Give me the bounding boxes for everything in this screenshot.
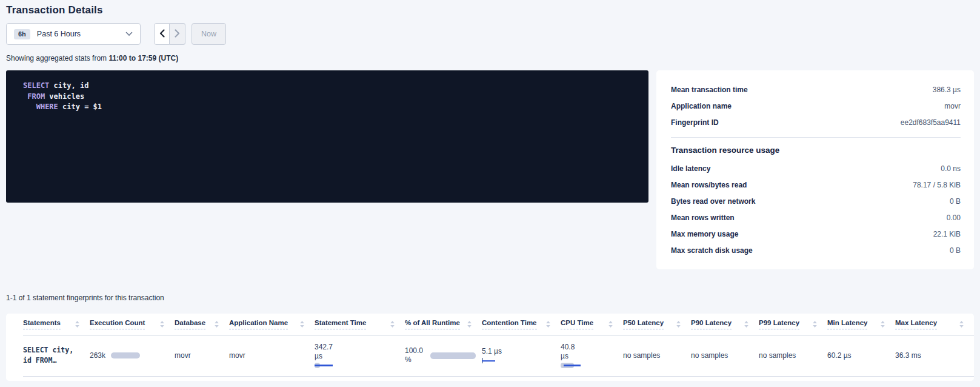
aggregated-stats-caption: Showing aggregated stats from 11:00 to 1… (6, 54, 974, 62)
summary-label: Bytes read over network (671, 197, 755, 206)
contention-time-value: 5.1 µs (482, 347, 561, 356)
summary-value: 386.3 µs (933, 86, 961, 94)
cpu-time-bar (561, 363, 581, 369)
statements-table-caption: 1-1 of 1 statement fingerprints for this… (6, 294, 974, 302)
chevron-right-icon (175, 29, 180, 39)
sql-statement-box: SELECT city, id FROM vehicles WHERE city… (6, 70, 648, 203)
column-header-max-latency[interactable]: Max Latency (895, 314, 974, 335)
column-header-min-latency[interactable]: Min Latency (827, 314, 895, 335)
time-range-badge: 6h (14, 29, 30, 39)
summary-label: Idle latency (671, 164, 710, 173)
time-range-dropdown[interactable]: 6h Past 6 Hours (6, 23, 141, 45)
summary-value: 0 B (950, 246, 961, 255)
column-header-p50-latency[interactable]: P50 Latency (623, 314, 691, 335)
statement-link[interactable]: SELECT city,id FROM… (23, 345, 90, 366)
sort-icon[interactable] (390, 320, 395, 328)
summary-value: 22.1 KiB (933, 230, 961, 238)
summary-value: 0.00 (947, 214, 961, 222)
summary-value: movr (944, 102, 961, 110)
summary-label: Mean rows written (671, 214, 735, 222)
column-header-application-name[interactable]: Application Name (229, 314, 315, 335)
pct-runtime-bar (430, 352, 476, 359)
column-header-cpu-time[interactable]: CPU Time (561, 314, 623, 335)
summary-label: Max scratch disk usage (671, 246, 753, 255)
cell-p99-latency: no samples (759, 335, 827, 376)
sort-icon[interactable] (812, 320, 818, 328)
cell-min-latency: 60.2 µs (827, 335, 895, 376)
summary-label: Max memory usage (671, 230, 738, 238)
summary-row: Mean rows/bytes read 78.17 / 5.8 KiB (671, 177, 961, 193)
sort-icon[interactable] (75, 320, 80, 328)
column-header-statements[interactable]: Statements (23, 314, 90, 335)
sort-icon[interactable] (880, 320, 885, 328)
sort-icon[interactable] (299, 320, 305, 328)
summary-row: Application name movr (671, 98, 961, 114)
time-controls: 6h Past 6 Hours Now (6, 23, 974, 45)
sort-icon[interactable] (676, 320, 681, 328)
sort-icon[interactable] (159, 320, 165, 328)
column-header-contention-time[interactable]: Contention Time (482, 314, 561, 335)
summary-row: Max scratch disk usage 0 B (671, 242, 961, 258)
cell-contention-time: 5.1 µs (482, 335, 561, 376)
contention-time-bar (482, 358, 500, 364)
sort-icon[interactable] (608, 320, 613, 328)
sql-line: WHERE city = $1 (23, 102, 648, 113)
chevron-down-icon (125, 32, 133, 36)
cell-database: movr (175, 335, 229, 376)
column-header-execution-count[interactable]: Execution Count (90, 314, 175, 335)
summary-row: Max memory usage 22.1 KiB (671, 226, 961, 242)
stats-caption-range: 11:00 to 17:59 (UTC) (108, 54, 178, 62)
page-title: Transaction Details (6, 4, 974, 16)
sort-icon[interactable] (467, 320, 472, 328)
cell-p50-latency: no samples (623, 335, 691, 376)
cpu-time-unit: µs (561, 352, 623, 361)
summary-label: Fingerprint ID (671, 118, 719, 127)
cell-pct-runtime: 100.0 % (405, 335, 482, 376)
column-header-p90-latency[interactable]: P90 Latency (691, 314, 759, 335)
cell-application-name: movr (229, 335, 315, 376)
sort-icon[interactable] (959, 320, 964, 328)
sql-line: SELECT city, id (23, 81, 648, 92)
summary-value: 78.17 / 5.8 KiB (913, 181, 961, 189)
statement-time-bar (315, 363, 334, 369)
column-header-p99-latency[interactable]: P99 Latency (759, 314, 827, 335)
now-button[interactable]: Now (192, 23, 226, 45)
summary-row: Mean transaction time 386.3 µs (671, 81, 961, 98)
statement-time-value: 342.7 (315, 343, 405, 352)
prev-time-button[interactable] (154, 23, 170, 45)
cell-max-latency: 36.3 ms (895, 335, 974, 376)
sort-icon[interactable] (545, 320, 551, 328)
table-header-row: Statements Execution Count Database Appl… (23, 314, 974, 335)
execution-count-bar (111, 352, 140, 358)
cell-execution-count: 263k (90, 335, 175, 376)
column-header-pct-runtime[interactable]: % of All Runtime (405, 314, 482, 335)
statement-time-unit: µs (315, 352, 405, 361)
summary-value: 0.0 ns (941, 164, 961, 173)
column-header-database[interactable]: Database (175, 314, 229, 335)
cell-statement: SELECT city,id FROM… (23, 335, 90, 376)
transaction-details-page: Transaction Details 6h Past 6 Hours Now … (0, 0, 980, 381)
pct-runtime-value: 100.0 (405, 346, 423, 355)
next-time-button[interactable] (170, 23, 185, 45)
cpu-time-value: 40.8 (561, 343, 623, 352)
summary-label: Mean rows/bytes read (671, 181, 747, 189)
statements-table: Statements Execution Count Database Appl… (23, 314, 974, 377)
summary-value: ee2df683f5aa9411 (901, 118, 961, 127)
divider (671, 137, 961, 138)
summary-value: 0 B (950, 197, 961, 206)
summary-label: Mean transaction time (671, 86, 748, 94)
sort-icon[interactable] (744, 320, 749, 328)
chevron-left-icon (159, 29, 165, 39)
time-nav-group (154, 23, 185, 45)
sort-icon[interactable] (214, 320, 219, 328)
pct-runtime-unit: % (405, 355, 423, 365)
summary-row: Fingerprint ID ee2df683f5aa9411 (671, 114, 961, 130)
summary-panel: Mean transaction time 386.3 µs Applicati… (656, 70, 974, 269)
summary-row: Idle latency 0.0 ns (671, 160, 961, 177)
summary-row: Mean rows written 0.00 (671, 209, 961, 226)
column-header-statement-time[interactable]: Statement Time (315, 314, 405, 335)
cell-cpu-time: 40.8 µs (561, 335, 623, 376)
statement-row: SELECT city,id FROM… 263k movr movr 342.… (23, 335, 974, 376)
cell-p90-latency: no samples (691, 335, 759, 376)
time-range-label: Past 6 Hours (37, 30, 81, 38)
